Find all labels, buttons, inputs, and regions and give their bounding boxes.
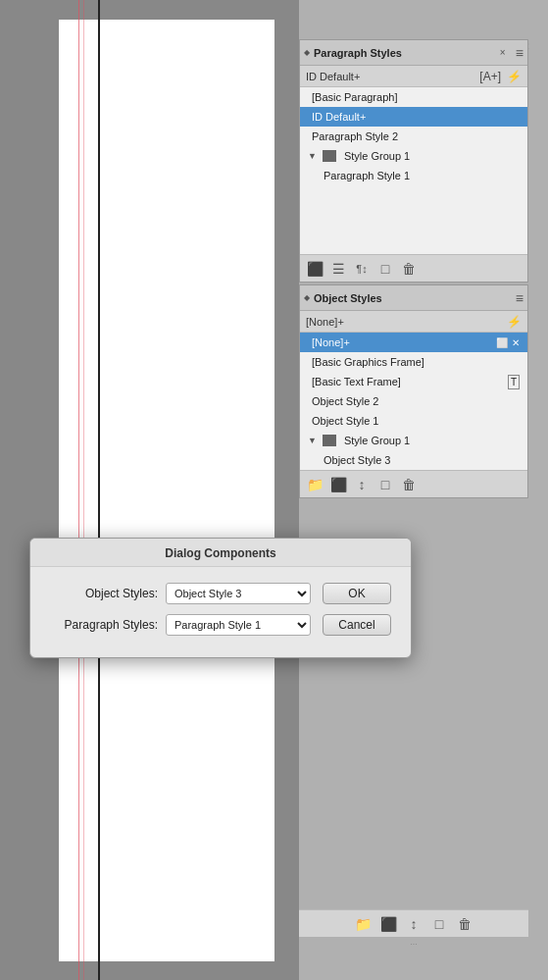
para-toolbar-pages-icon[interactable]: ☰ <box>329 260 347 278</box>
para-style-basic-paragraph[interactable]: [Basic Paragraph] <box>300 87 527 107</box>
bottom-toolbar-link-icon[interactable]: ↕ <box>405 915 423 933</box>
paragraph-styles-close-btn[interactable]: × <box>500 48 510 58</box>
para-style-paragraph-style-1[interactable]: Paragraph Style 1 <box>300 166 527 185</box>
obj-toolbar-folder-icon[interactable]: 📁 <box>306 476 324 493</box>
bottom-object-styles-toolbar: 📁 ⬛ ↕ □ 🗑 <box>299 909 528 937</box>
para-style-group-1[interactable]: ▼ Style Group 1 <box>300 146 527 166</box>
para-style-paragraph-style-2[interactable]: Paragraph Style 2 <box>300 127 527 146</box>
object-styles-list: [None]+ ⬜ ✕ [Basic Graphics Frame] [Basi… <box>300 333 527 470</box>
basic-text-frame-icon: T <box>508 375 520 389</box>
guide-line-black <box>98 0 100 980</box>
obj-group-chevron-icon: ▼ <box>308 436 317 445</box>
obj-toolbar-trash-icon[interactable]: 🗑 <box>400 476 418 493</box>
canvas-area <box>0 0 299 980</box>
para-styles-empty-area <box>300 185 527 254</box>
guide-line-red2 <box>83 0 84 980</box>
bottom-panels: 📁 ⬛ ↕ □ 🗑 ··· <box>299 909 528 951</box>
obj-style-group-1[interactable]: ▼ Style Group 1 <box>300 431 527 450</box>
object-styles-panel: ◆ Object Styles ≡ [None]+ ⚡ [None]+ ⬜ ✕ <box>299 284 528 498</box>
bottom-toolbar-new-icon[interactable]: □ <box>430 915 448 933</box>
obj-group-folder-icon <box>323 435 336 446</box>
bottom-toolbar-trash-icon[interactable]: 🗑 <box>456 915 473 933</box>
obj-style-3[interactable]: Object Style 3 <box>300 450 527 470</box>
dialog-paragraph-styles-row: Paragraph Styles: Paragraph Style 1 Para… <box>50 614 391 636</box>
paragraph-styles-menu-btn[interactable]: ≡ <box>516 45 523 61</box>
paragraph-styles-title: Paragraph Styles <box>314 47 402 59</box>
resize-handle: ··· <box>299 937 528 951</box>
paragraph-styles-list: [Basic Paragraph] ID Default+ Paragraph … <box>300 87 527 254</box>
object-styles-panel-header: ◆ Object Styles ≡ <box>300 285 527 311</box>
para-toolbar-para-icon[interactable]: ¶↕ <box>353 260 371 278</box>
object-styles-title: Object Styles <box>314 292 382 304</box>
dialog-cancel-button[interactable]: Cancel <box>323 614 391 636</box>
paragraph-styles-select[interactable]: Paragraph Style 1 Paragraph Style 2 <box>166 614 311 636</box>
guide-line-red <box>78 0 79 980</box>
none-expand-icon: ⬜ <box>496 337 508 348</box>
obj-style-basic-text[interactable]: [Basic Text Frame] T <box>300 372 527 391</box>
group-folder-icon <box>323 150 336 162</box>
object-styles-select[interactable]: Object Style 1 Object Style 2 Object Sty… <box>166 583 311 604</box>
style-group-label: Style Group 1 <box>344 150 410 162</box>
para-style-id-default[interactable]: ID Default+ <box>300 107 527 127</box>
bottom-toolbar-pages-icon[interactable]: ⬛ <box>379 915 397 933</box>
obj-toolbar-link-icon[interactable]: ↕ <box>353 476 371 493</box>
object-styles-current: [None]+ <box>306 316 344 328</box>
obj-toolbar-pages-icon[interactable]: ⬛ <box>329 476 347 493</box>
paragraph-styles-subheader: ID Default+ [A+] ⚡ <box>300 66 527 87</box>
paragraph-styles-label: Paragraph Styles: <box>50 618 158 632</box>
paragraph-styles-current: ID Default+ <box>306 71 360 82</box>
paragraph-styles-bolt-icon[interactable]: ⚡ <box>507 70 522 83</box>
paragraph-styles-toolbar: ⬛ ☰ ¶↕ □ 🗑 <box>300 254 527 282</box>
panel-diamond-icon: ◆ <box>304 48 310 57</box>
object-styles-label: Object Styles: <box>50 587 158 600</box>
group-chevron-icon: ▼ <box>308 151 317 161</box>
obj-style-1[interactable]: Object Style 1 <box>300 411 527 431</box>
dialog-ok-button[interactable]: OK <box>323 583 391 604</box>
object-styles-bolt-icon[interactable]: ⚡ <box>507 315 522 329</box>
para-toolbar-new-icon[interactable]: □ <box>376 260 394 278</box>
canvas-white <box>59 20 274 961</box>
object-styles-subheader: [None]+ ⚡ <box>300 311 527 333</box>
obj-style-2[interactable]: Object Style 2 <box>300 391 527 411</box>
para-toolbar-trash-icon[interactable]: 🗑 <box>400 260 418 278</box>
obj-toolbar-new-icon[interactable]: □ <box>376 476 394 493</box>
panels-container: ◆ Paragraph Styles × ≡ ID Default+ [A+] … <box>299 39 528 500</box>
obj-style-group-label: Style Group 1 <box>344 435 410 446</box>
bottom-toolbar-folder-icon[interactable]: 📁 <box>354 915 372 933</box>
obj-style-none[interactable]: [None]+ ⬜ ✕ <box>300 333 527 352</box>
dialog-components: Dialog Components Object Styles: Object … <box>29 538 412 658</box>
obj-panel-diamond-icon: ◆ <box>304 293 310 302</box>
paragraph-styles-new-icon[interactable]: [A+] <box>479 70 501 83</box>
none-close-icon: ✕ <box>512 337 520 348</box>
paragraph-styles-panel-header: ◆ Paragraph Styles × ≡ <box>300 40 527 66</box>
dialog-object-styles-row: Object Styles: Object Style 1 Object Sty… <box>50 583 391 604</box>
dialog-title: Dialog Components <box>30 539 411 567</box>
object-styles-toolbar: 📁 ⬛ ↕ □ 🗑 <box>300 470 527 497</box>
paragraph-styles-panel: ◆ Paragraph Styles × ≡ ID Default+ [A+] … <box>299 39 528 283</box>
obj-style-basic-graphics[interactable]: [Basic Graphics Frame] <box>300 352 527 372</box>
dialog-body: Object Styles: Object Style 1 Object Sty… <box>30 567 411 657</box>
para-toolbar-folder-icon[interactable]: ⬛ <box>306 260 324 278</box>
object-styles-menu-btn[interactable]: ≡ <box>516 290 523 306</box>
